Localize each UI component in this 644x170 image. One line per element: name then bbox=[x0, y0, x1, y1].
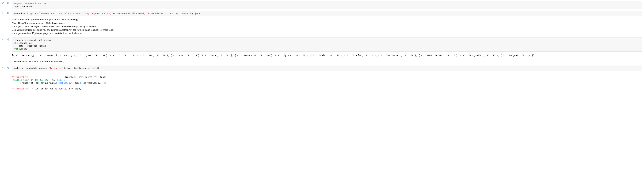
cell-content: response = requests.get(baseurl) if resp… bbox=[12, 38, 644, 52]
prompt-empty bbox=[0, 16, 12, 36]
code-cell-9: In [9]: baseurl = "https://cf-courses-da… bbox=[0, 11, 644, 16]
code-input[interactable]: baseurl = "https://cf-courses-data.s3.us… bbox=[12, 11, 642, 16]
code-cell-8: In [8]: #Import required libraries impor… bbox=[0, 1, 644, 9]
markdown-cell-1: Write a function to get the number of jo… bbox=[0, 16, 644, 36]
cell-content: #Import required libraries import reques… bbox=[12, 1, 644, 9]
error-cell-14: ----------------------------------------… bbox=[0, 72, 644, 91]
prompt-empty bbox=[0, 72, 12, 91]
prompt-label: In [9]: bbox=[0, 11, 12, 16]
prompt-label: In [14]: bbox=[0, 66, 12, 71]
output-cell-13: [{'A': 'technology', 'B': 'number of job… bbox=[0, 53, 644, 58]
code-input[interactable]: response = requests.get(baseurl) if resp… bbox=[12, 38, 642, 52]
cell-content: baseurl = "https://cf-courses-data.s3.us… bbox=[12, 11, 644, 16]
cell-content: [{'A': 'technology', 'B': 'number of job… bbox=[12, 53, 644, 58]
markdown-text: Call the function for Python and check i… bbox=[12, 58, 642, 65]
prompt-label: In [8]: bbox=[0, 1, 12, 9]
markdown-text: Write a function to get the number of jo… bbox=[12, 16, 642, 36]
prompt-label: In [13]: bbox=[0, 38, 12, 52]
error-output: ----------------------------------------… bbox=[12, 72, 642, 91]
code-input[interactable]: number_of_jobs=data.groupby('technology'… bbox=[12, 66, 642, 71]
code-cell-13: In [13]: response = requests.get(baseurl… bbox=[0, 38, 644, 52]
code-cell-14: In [14]: number_of_jobs=data.groupby('te… bbox=[0, 66, 644, 71]
prompt-empty bbox=[0, 58, 12, 65]
cell-content: ----------------------------------------… bbox=[12, 72, 644, 91]
code-input[interactable]: #Import required libraries import reques… bbox=[12, 1, 642, 9]
cell-content: Write a function to get the number of jo… bbox=[12, 16, 644, 36]
cell-content: Call the function for Python and check i… bbox=[12, 58, 644, 65]
cell-content: number_of_jobs=data.groupby('technology'… bbox=[12, 66, 644, 71]
stdout-output: [{'A': 'technology', 'B': 'number of job… bbox=[12, 53, 642, 58]
prompt-empty bbox=[0, 53, 12, 58]
markdown-cell-2: Call the function for Python and check i… bbox=[0, 58, 644, 65]
